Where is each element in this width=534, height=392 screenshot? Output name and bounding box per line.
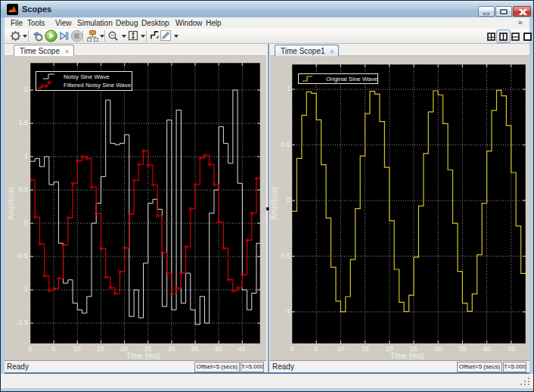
svg-text:Filtered Noisy Sine Wave: Filtered Noisy Sine Wave — [64, 82, 132, 89]
svg-text:Noisy Sine Wave: Noisy Sine Wave — [64, 73, 110, 80]
svg-text:Original Sine Wave: Original Sine Wave — [326, 76, 378, 82]
